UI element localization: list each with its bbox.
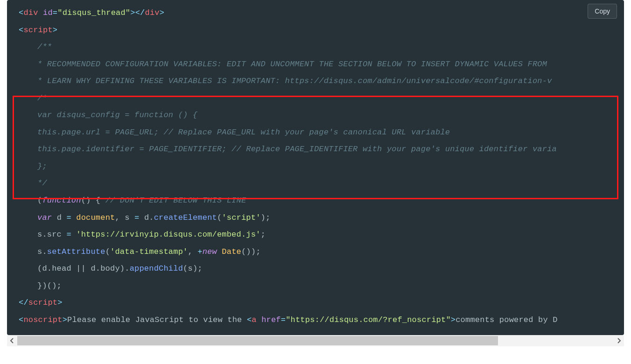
code-line: var d = document, s = d.createElement('s… bbox=[19, 210, 612, 227]
horizontal-scrollbar[interactable] bbox=[7, 335, 624, 346]
code-comment: this.page.url = PAGE_URL; // Replace PAG… bbox=[19, 124, 612, 141]
copy-button[interactable]: Copy bbox=[588, 4, 617, 19]
code-comment: * LEARN WHY DEFINING THESE VARIABLES IS … bbox=[19, 73, 612, 90]
scrollbar-track[interactable] bbox=[17, 335, 614, 346]
code-comment: */ bbox=[19, 175, 612, 192]
code-block: Copy <div id="disqus_thread"></div> <scr… bbox=[7, 0, 624, 335]
code-content[interactable]: <div id="disqus_thread"></div> <script> … bbox=[7, 0, 624, 335]
code-comment: this.page.identifier = PAGE_IDENTIFIER; … bbox=[19, 141, 612, 158]
code-comment: /* bbox=[19, 90, 612, 107]
code-comment: }; bbox=[19, 158, 612, 175]
code-line: })(); bbox=[19, 278, 612, 295]
code-comment: * RECOMMENDED CONFIGURATION VARIABLES: E… bbox=[19, 56, 612, 73]
code-line: s.src = 'https://irvinyip.disqus.com/emb… bbox=[19, 226, 612, 244]
code-line: <script> bbox=[19, 22, 612, 39]
code-line: </script> bbox=[19, 294, 612, 312]
code-block-wrapper: Copy <div id="disqus_thread"></div> <scr… bbox=[7, 0, 624, 346]
code-line: <noscript>Please enable JavaScript to vi… bbox=[19, 312, 612, 329]
code-line: (d.head || d.body).appendChild(s); bbox=[19, 260, 612, 278]
code-line: (function() { // DON'T EDIT BELOW THIS L… bbox=[19, 192, 612, 210]
code-line: <div id="disqus_thread"></div> bbox=[19, 5, 612, 22]
scroll-right-arrow-icon[interactable] bbox=[614, 335, 624, 346]
code-comment: /** bbox=[19, 39, 612, 56]
scrollbar-thumb[interactable] bbox=[17, 336, 498, 345]
code-line: s.setAttribute('data-timestamp', +new Da… bbox=[19, 244, 612, 261]
scroll-left-arrow-icon[interactable] bbox=[7, 335, 17, 346]
code-comment: var disqus_config = function () { bbox=[19, 107, 612, 124]
